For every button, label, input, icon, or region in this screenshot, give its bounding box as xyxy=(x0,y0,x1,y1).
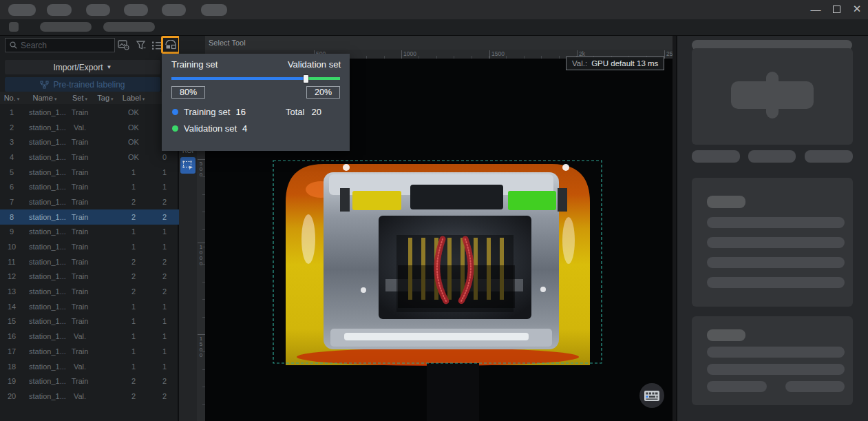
pretrained-labeling-icon xyxy=(40,81,49,89)
cell-no: 2 xyxy=(0,123,23,132)
search-input[interactable]: Search xyxy=(5,38,115,52)
cell-set: Train xyxy=(66,377,94,385)
table-row[interactable]: 12station_1...Train22 xyxy=(0,269,179,285)
redacted-button-2 xyxy=(748,150,796,163)
table-row[interactable]: 8station_1...Train22 xyxy=(0,209,179,225)
maximize-icon xyxy=(833,6,840,13)
roi-tool-button[interactable] xyxy=(180,157,195,174)
minimize-button[interactable]: — xyxy=(807,0,825,18)
cell-no: 6 xyxy=(0,183,23,191)
table-row[interactable]: 10station_1...Train11 xyxy=(0,239,179,254)
cell-label: 2 xyxy=(117,198,150,206)
sort-arrow-icon: ▾ xyxy=(54,96,57,101)
menu-item-redacted-3[interactable] xyxy=(86,4,110,16)
cell-set: Val. xyxy=(66,123,94,132)
cell-v: 1 xyxy=(150,347,179,356)
table-row[interactable]: 20station_1...Val.22 xyxy=(0,389,179,404)
redacted-row-half xyxy=(707,381,767,392)
cell-name: station_1... xyxy=(23,362,66,371)
search-icon xyxy=(10,41,17,49)
right-panel xyxy=(676,36,868,421)
table-row[interactable]: 1station_1...TrainOK xyxy=(0,105,179,120)
redacted-cross-vertical xyxy=(766,72,779,119)
cell-v: 1 xyxy=(150,243,179,251)
table-row[interactable]: 18station_1...Val.11 xyxy=(0,359,179,374)
table-row[interactable]: 6station_1...Train11 xyxy=(0,179,179,194)
redacted-toolbar-square[interactable] xyxy=(9,22,19,32)
training-set-title: Training set xyxy=(171,59,218,70)
validation-status-badge: Val.: GPU default 13 ms xyxy=(566,57,664,70)
column-header[interactable]: Label▾ xyxy=(117,94,150,102)
cell-no: 15 xyxy=(0,317,23,325)
redacted-row xyxy=(707,277,845,288)
menu-item-redacted-5[interactable] xyxy=(162,4,186,16)
table-row[interactable]: 2station_1...Val.OK xyxy=(0,120,179,135)
cell-set: Train xyxy=(66,227,94,236)
table-row[interactable]: 11station_1...Train22 xyxy=(0,254,179,269)
validation-percent-input[interactable]: 20% xyxy=(306,86,340,99)
cell-label: 1 xyxy=(117,183,150,191)
cell-set: Train xyxy=(66,317,94,325)
split-ratio-slider[interactable] xyxy=(171,75,340,82)
table-row[interactable]: 17station_1...Train11 xyxy=(0,344,179,359)
cell-label: 2 xyxy=(117,392,150,400)
close-button[interactable]: ✕ xyxy=(848,0,866,18)
cell-label: OK xyxy=(117,138,150,146)
import-export-button[interactable]: Import/Export ▼ xyxy=(5,60,160,74)
dataset-split-button[interactable] xyxy=(161,36,180,54)
column-header[interactable]: Set▾ xyxy=(66,94,94,102)
data-list-panel: Search xyxy=(0,36,179,421)
cell-name: station_1... xyxy=(23,243,66,251)
table-header[interactable]: No.▾Name▾Set▾Tag▾Label▾V xyxy=(0,92,179,104)
redacted-toolbar-pill-1[interactable] xyxy=(40,22,92,32)
table-row[interactable]: 19station_1...Train22 xyxy=(0,373,179,389)
table-row[interactable]: 13station_1...Train22 xyxy=(0,284,179,299)
table-row[interactable]: 16station_1...Val.11 xyxy=(0,329,179,344)
cell-v: 2 xyxy=(150,287,179,296)
table-row[interactable]: 3station_1...TrainOK xyxy=(0,134,179,150)
image-history-button[interactable] xyxy=(117,39,130,51)
dataset-split-popover: Training set Validation set 80% 20% Trai… xyxy=(162,54,350,151)
table-row[interactable]: 14station_1...Train11 xyxy=(0,299,179,314)
menu-item-redacted-2[interactable] xyxy=(47,4,72,16)
cell-v: 1 xyxy=(150,362,179,371)
cell-no: 4 xyxy=(0,153,23,161)
cell-label: 2 xyxy=(117,272,150,280)
pretrained-labeling-button[interactable]: Pre-trained labeling xyxy=(5,77,160,92)
cell-name: station_1... xyxy=(23,168,66,176)
cell-no: 19 xyxy=(0,377,23,385)
cell-label: 1 xyxy=(117,362,150,371)
table-row[interactable]: 4station_1...TrainOK0 xyxy=(0,150,179,165)
app-window: — ✕ Search xyxy=(0,0,868,421)
cell-v: 1 xyxy=(150,302,179,311)
cell-no: 18 xyxy=(0,362,23,371)
filter-button[interactable] xyxy=(134,39,147,51)
ruler-major-tick xyxy=(198,334,205,335)
column-header[interactable]: No.▾ xyxy=(0,94,23,102)
cell-set: Train xyxy=(66,213,94,221)
training-percent-input[interactable]: 80% xyxy=(171,86,205,99)
redacted-toolbar-pill-2[interactable] xyxy=(103,22,155,32)
column-header[interactable]: Name▾ xyxy=(23,94,66,102)
menu-item-redacted-4[interactable] xyxy=(124,4,148,16)
sort-arrow-icon: ▾ xyxy=(85,96,88,101)
table-row[interactable]: 9station_1...Train11 xyxy=(0,225,179,240)
slider-handle[interactable] xyxy=(304,75,308,83)
menu-item-redacted-6[interactable] xyxy=(201,4,227,16)
keyboard-shortcuts-button[interactable] xyxy=(639,383,664,408)
val-prefix: Val.: xyxy=(572,59,587,68)
menu-item-redacted-1[interactable] xyxy=(8,4,36,16)
redacted-button-3 xyxy=(805,150,853,163)
maximize-button[interactable] xyxy=(827,0,845,18)
cell-set: Train xyxy=(66,287,94,296)
cell-v: 1 xyxy=(150,317,179,325)
column-header[interactable]: Tag▾ xyxy=(94,94,117,102)
cell-no: 9 xyxy=(0,227,23,236)
cell-no: 16 xyxy=(0,332,23,340)
cell-name: station_1... xyxy=(23,287,66,296)
table-row[interactable]: 15station_1...Train11 xyxy=(0,314,179,329)
import-export-label: Import/Export xyxy=(54,63,103,72)
workflow-bar xyxy=(0,19,868,36)
table-row[interactable]: 5station_1...Train11 xyxy=(0,165,179,180)
table-row[interactable]: 7station_1...Train22 xyxy=(0,194,179,209)
